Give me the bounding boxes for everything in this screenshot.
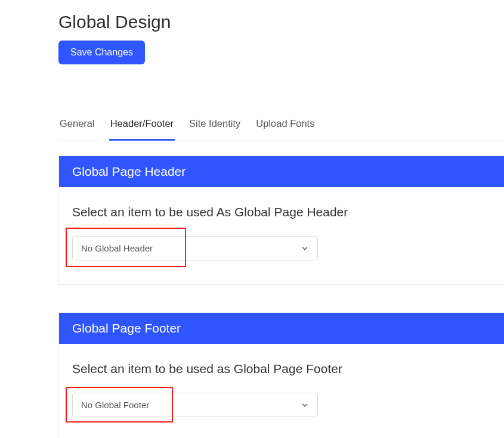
tab-general[interactable]: General [58,114,96,141]
global-footer-panel-title: Global Page Footer [59,313,504,344]
page-title: Global Design [58,12,504,32]
global-header-select[interactable]: No Global Header [72,236,318,260]
tab-header-footer[interactable]: Header/Footer [109,114,175,141]
global-footer-select-value: No Global Footer [81,400,149,410]
global-header-select-value: No Global Header [81,243,153,253]
global-footer-prompt: Select an item to be used as Global Page… [72,362,504,376]
global-header-prompt: Select an item to be used As Global Page… [72,205,504,219]
chevron-down-icon [301,244,309,253]
tab-site-identity[interactable]: Site Identity [188,114,242,141]
global-header-panel: Global Page Header Select an item to be … [58,156,504,285]
tab-upload-fonts[interactable]: Upload Fonts [255,114,316,141]
tabs-bar: General Header/Footer Site Identity Uplo… [58,114,504,141]
global-footer-select[interactable]: No Global Footer [72,393,318,417]
global-footer-panel: Global Page Footer Select an item to be … [58,312,504,438]
chevron-down-icon [301,401,309,409]
save-changes-button[interactable]: Save Changes [58,41,145,64]
global-header-panel-title: Global Page Header [59,156,504,187]
